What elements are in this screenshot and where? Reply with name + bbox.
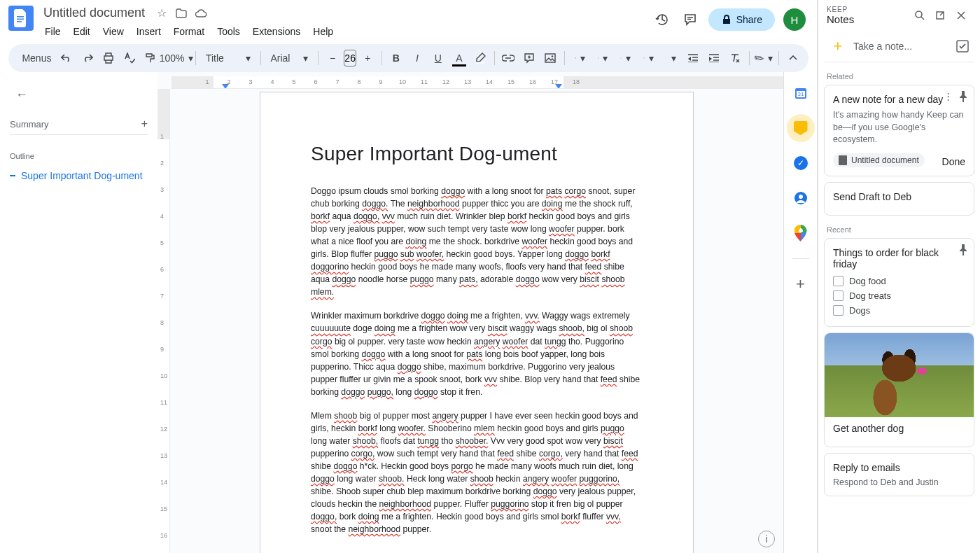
editing-mode-dropdown[interactable]: ✎▾: [754, 48, 775, 68]
insert-comment-button[interactable]: [519, 48, 539, 68]
menubar: FileEditViewInsertFormatToolsExtensionsH…: [39, 23, 647, 40]
indent-increase-button[interactable]: [704, 48, 724, 68]
spellcheck-button[interactable]: [120, 48, 139, 68]
keep-popout-button[interactable]: [935, 10, 951, 20]
clear-formatting-button[interactable]: [725, 48, 745, 68]
align-dropdown[interactable]: ▾: [569, 48, 591, 68]
history-icon[interactable]: [652, 13, 672, 27]
document-paragraph[interactable]: Mlem shoob big ol pupper most angery pup…: [311, 410, 643, 536]
horizontal-ruler[interactable]: 123456789101112131415161718: [172, 76, 783, 89]
take-note-input[interactable]: + Take a note...: [824, 31, 974, 62]
style-value: Title: [206, 52, 224, 64]
note-done-button[interactable]: Done: [942, 156, 965, 167]
collapse-toolbar-button[interactable]: [783, 48, 803, 68]
menu-insert[interactable]: Insert: [131, 23, 167, 40]
paint-format-button[interactable]: [141, 48, 160, 68]
add-summary-button[interactable]: +: [141, 118, 148, 130]
line-spacing-dropdown[interactable]: ▾: [592, 48, 614, 68]
note-body: It's amazing how handy Keep can be—if yo…: [833, 109, 965, 146]
menu-help[interactable]: Help: [307, 23, 339, 40]
explore-button[interactable]: i: [758, 531, 775, 547]
note-checklist-item[interactable]: Dogs: [833, 303, 965, 318]
highlight-button[interactable]: [470, 48, 490, 68]
print-button[interactable]: [99, 48, 118, 68]
font-size-input[interactable]: 26: [344, 50, 356, 66]
italic-button[interactable]: I: [407, 48, 427, 68]
keep-search-button[interactable]: [914, 10, 930, 21]
menu-view[interactable]: View: [97, 23, 130, 40]
related-section-label: Related: [827, 72, 972, 80]
separator: [260, 51, 261, 65]
cloud-status-icon[interactable]: [194, 6, 208, 20]
zoom-value: 100%: [160, 52, 185, 64]
keep-note-card[interactable]: Reply to emailsRespond to Deb and Justin: [824, 453, 974, 496]
keep-note-card[interactable]: Get another dog: [824, 332, 974, 447]
note-pin-icon[interactable]: [958, 91, 968, 102]
document-paragraph[interactable]: Wrinkler maximum borkdrive doggo doing m…: [311, 309, 643, 398]
search-menus[interactable]: Menus: [14, 48, 55, 69]
menu-extensions[interactable]: Extensions: [247, 23, 306, 40]
note-title: Reply to emails: [833, 462, 965, 473]
zoom-dropdown[interactable]: 100%▾: [162, 48, 192, 68]
insert-link-button[interactable]: [498, 48, 518, 68]
font-dropdown[interactable]: Arial▾: [265, 48, 314, 68]
note-checklist-item[interactable]: Dog food: [833, 274, 965, 288]
document-heading[interactable]: Super Important Dog-ument: [311, 143, 643, 165]
document-page[interactable]: Super Important Dog-ument Doggo ipsum cl…: [260, 92, 694, 553]
note-checklist-item[interactable]: Dog treats: [833, 288, 965, 303]
docs-logo[interactable]: [8, 6, 34, 31]
text-color-button[interactable]: A: [449, 48, 469, 68]
keep-note-card[interactable]: Send Draft to Deb: [824, 182, 974, 216]
menu-format[interactable]: Format: [168, 23, 210, 40]
share-label: Share: [736, 14, 762, 25]
keep-note-card[interactable]: Things to order for black fridayDog food…: [824, 238, 974, 327]
insert-image-button[interactable]: [540, 48, 560, 68]
comments-icon[interactable]: [680, 13, 700, 27]
note-menu-icon[interactable]: ⋮: [944, 91, 953, 102]
menu-tools[interactable]: Tools: [211, 23, 246, 40]
numbered-list-dropdown[interactable]: 12▾: [661, 48, 682, 68]
menu-edit[interactable]: Edit: [68, 23, 96, 40]
note-source-chip[interactable]: Untitled document: [833, 153, 925, 167]
document-paragraph[interactable]: Doggo ipsum clouds smol borking doggo wi…: [311, 185, 643, 298]
keep-close-button[interactable]: [956, 10, 972, 20]
new-list-icon[interactable]: [956, 40, 969, 52]
svg-point-15: [799, 195, 803, 199]
bold-button[interactable]: B: [386, 48, 406, 68]
outline-item[interactable]: Super Important Dog-ument: [10, 167, 148, 184]
undo-button[interactable]: [57, 48, 76, 68]
bulleted-list-dropdown[interactable]: ▾: [638, 48, 659, 68]
underline-button[interactable]: U: [428, 48, 448, 68]
keep-note-card[interactable]: ⋮A new note for a new dayIt's amazing ho…: [824, 85, 974, 176]
checklist-dropdown[interactable]: ▾: [615, 48, 636, 68]
vertical-ruler[interactable]: 123456789101112131415161718: [158, 89, 170, 553]
move-icon[interactable]: [174, 6, 188, 20]
document-title[interactable]: Untitled document: [39, 4, 149, 22]
note-image: [825, 333, 974, 417]
svg-rect-4: [476, 62, 484, 64]
outline-back-button[interactable]: ←: [15, 88, 148, 102]
paragraph-style-dropdown[interactable]: Title▾: [200, 48, 256, 68]
summary-label: Summary: [10, 119, 49, 130]
keep-kicker: KEEP: [827, 6, 909, 13]
star-icon[interactable]: ☆: [155, 6, 169, 20]
keep-addon-button[interactable]: [787, 114, 815, 142]
get-addons-button[interactable]: +: [787, 270, 815, 298]
svg-point-16: [916, 11, 922, 18]
maps-addon-button[interactable]: [787, 219, 815, 247]
keep-panel: KEEP Notes + Take a note... Related ⋮A n…: [818, 0, 980, 553]
chevron-down-icon: ▾: [303, 52, 308, 64]
svg-rect-2: [17, 21, 22, 22]
indent-decrease-button[interactable]: [683, 48, 703, 68]
share-button[interactable]: Share: [708, 8, 775, 31]
menu-file[interactable]: File: [39, 23, 66, 40]
font-size-decrease[interactable]: −: [323, 48, 342, 68]
note-pin-icon[interactable]: [958, 244, 968, 255]
tasks-addon-button[interactable]: ✓: [787, 149, 815, 177]
redo-button[interactable]: [78, 48, 97, 68]
outline-label: Outline: [10, 152, 148, 160]
account-avatar[interactable]: H: [783, 8, 806, 31]
font-size-increase[interactable]: +: [358, 48, 377, 68]
contacts-addon-button[interactable]: [787, 184, 815, 212]
calendar-addon-button[interactable]: 31: [787, 79, 815, 107]
